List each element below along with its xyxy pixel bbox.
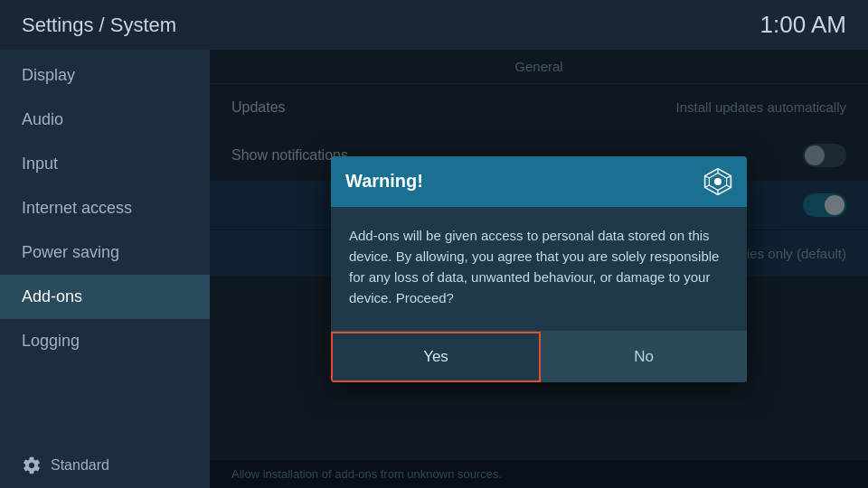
- standard-label: Standard: [51, 457, 109, 474]
- sidebar-item-audio[interactable]: Audio: [0, 98, 210, 142]
- sidebar-item-display[interactable]: Display: [0, 53, 210, 98]
- sidebar-footer: Standard: [0, 443, 210, 488]
- dialog-overlay: Warning! Add-ons will: [210, 50, 868, 488]
- dialog-buttons: Yes No: [331, 331, 747, 382]
- dialog-body: Add-ons will be given access to personal…: [331, 207, 747, 331]
- sidebar-item-input[interactable]: Input: [0, 142, 210, 186]
- sidebar-item-add-ons[interactable]: Add-ons: [0, 275, 210, 319]
- dialog-header: Warning!: [331, 156, 747, 207]
- gear-icon: [22, 455, 42, 475]
- sidebar: Display Audio Input Internet access Powe…: [0, 50, 210, 488]
- svg-point-2: [714, 178, 722, 185]
- sidebar-nav: Display Audio Input Internet access Powe…: [0, 50, 210, 363]
- main-layout: Display Audio Input Internet access Powe…: [0, 50, 868, 488]
- header: Settings / System 1:00 AM: [0, 0, 868, 50]
- page-title: Settings / System: [22, 14, 176, 37]
- content-area: General Updates Install updates automati…: [210, 50, 868, 488]
- dialog-title: Warning!: [345, 171, 423, 192]
- dialog-message: Add-ons will be given access to personal…: [349, 228, 719, 306]
- sidebar-item-power-saving[interactable]: Power saving: [0, 230, 210, 275]
- sidebar-item-logging[interactable]: Logging: [0, 319, 210, 363]
- warning-dialog: Warning! Add-ons will: [331, 156, 747, 382]
- yes-button[interactable]: Yes: [331, 332, 541, 382]
- clock: 1:00 AM: [760, 11, 846, 39]
- sidebar-item-internet-access[interactable]: Internet access: [0, 186, 210, 230]
- no-button[interactable]: No: [541, 332, 747, 382]
- kodi-logo-icon: [703, 167, 732, 196]
